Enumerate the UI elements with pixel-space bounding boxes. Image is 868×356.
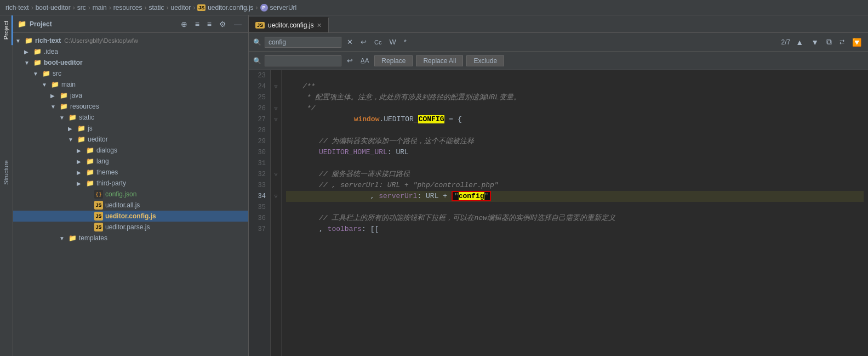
fold-27[interactable]: ▽ — [271, 114, 281, 125]
tree-arrow-resources[interactable]: ▼ — [50, 104, 59, 110]
toggle-view-button[interactable]: ⧉ — [824, 36, 834, 48]
breadcrumb-item-5[interactable]: resources — [113, 4, 142, 12]
tree-arrow-idea[interactable]: ▶ — [24, 49, 33, 55]
tree-item-third-party[interactable]: ▶ 📁 third-party — [13, 178, 248, 189]
tree-item-templates[interactable]: ▼ 📁 templates — [13, 233, 248, 244]
tab-close-button[interactable]: ✕ — [317, 22, 322, 29]
sidebar-tabs: Project Structure — [0, 15, 13, 356]
fold-32[interactable]: ▽ — [271, 169, 281, 180]
match-case-button[interactable]: Cc — [372, 38, 384, 47]
sidebar-tab-structure[interactable]: Structure — [1, 155, 13, 190]
match-case-replace-button[interactable]: A̲A — [358, 56, 371, 65]
search-input[interactable] — [265, 37, 341, 48]
tree-label-java: java — [70, 92, 82, 99]
tree-item-ueditor-all-js[interactable]: ▶ JS ueditor.all.js — [13, 200, 248, 211]
tree-arrow-boot-ueditor[interactable]: ▼ — [24, 60, 33, 66]
next-match-button[interactable]: ▼ — [809, 37, 821, 48]
code-line-30: UEDITOR_HOME_URL: URL — [286, 147, 864, 158]
tree-arrow-themes[interactable]: ▶ — [77, 169, 85, 176]
tree-item-config-json[interactable]: ▶ { } config.json — [13, 189, 248, 200]
replace-input[interactable] — [265, 55, 341, 66]
undo-search-button[interactable]: ↩ — [358, 37, 369, 47]
breadcrumb-item-3[interactable]: src — [77, 4, 86, 12]
tree-label-ueditor-config-js: ueditor.config.js — [105, 212, 156, 220]
param-icon: P — [260, 4, 268, 12]
replace-all-button[interactable]: Replace All — [416, 55, 463, 66]
tree-item-static[interactable]: ▼ 📁 static — [13, 112, 248, 123]
fold-26[interactable]: ▽ — [271, 103, 281, 114]
clear-search-button[interactable]: ✕ — [345, 37, 355, 47]
editor-tab-ueditor-config[interactable]: JS ueditor.config.js ✕ — [249, 17, 329, 32]
tree-arrow-js[interactable]: ▶ — [68, 126, 77, 132]
search-icon: 🔍 — [253, 38, 261, 46]
prev-match-button[interactable]: ▲ — [793, 37, 806, 48]
line-num-34: 34 — [253, 191, 266, 202]
code-line-27: window.UEDITOR_CONFIG = { — [286, 114, 864, 125]
tree-arrow-ueditor[interactable]: ▼ — [68, 137, 77, 143]
breadcrumb-item-8[interactable]: ueditor.config.js — [208, 4, 253, 12]
tree-arrow-main[interactable]: ▼ — [42, 82, 50, 88]
regex-button[interactable]: * — [402, 37, 409, 47]
tree-arrow-src[interactable]: ▼ — [33, 71, 42, 77]
tree-item-js[interactable]: ▶ 📁 js — [13, 123, 248, 134]
collapse-all-button[interactable]: ≡ — [193, 19, 202, 30]
breadcrumb-sep-3: › — [88, 4, 90, 12]
folder-icon-js: 📁 — [77, 124, 85, 133]
breadcrumb-item-1[interactable]: rich-text — [5, 4, 29, 12]
code-text-25: * 配置项主体。注意，此处所有涉及到路径的配置别遗漏URL变量。 — [286, 92, 521, 103]
tree-arrow-lang[interactable]: ▶ — [77, 159, 85, 165]
breadcrumb-sep-7: › — [193, 4, 195, 12]
line-num-24: 24 — [253, 81, 266, 92]
tree-label-third-party: third-party — [96, 179, 126, 187]
code-line-23 — [286, 70, 864, 81]
tree-item-ueditor-config-js[interactable]: ▶ JS ueditor.config.js — [13, 211, 248, 222]
tree-label-src: src — [53, 70, 61, 77]
tree-arrow-rich-text[interactable]: ▼ — [15, 38, 24, 44]
code-text-24: /** — [286, 81, 315, 92]
whole-word-button[interactable]: W — [387, 37, 398, 47]
tree-item-idea[interactable]: ▶ 📁 .idea — [13, 46, 248, 57]
settings-button[interactable]: ⚙ — [217, 19, 229, 30]
replace-mode-button[interactable]: ⇄ — [837, 37, 847, 47]
fold-34[interactable]: ▽ — [271, 191, 281, 202]
tree-item-ueditor-parse-js[interactable]: ▶ JS ueditor.parse.js — [13, 222, 248, 233]
replace-bar: 🔍 ↩ A̲A Replace Replace All Exclude — [249, 52, 868, 70]
tree-item-rich-text[interactable]: ▼ 📁 rich-text C:\Users\gblfy\Desktop\wfw — [13, 35, 248, 46]
breadcrumb-item-7[interactable]: ueditor — [170, 4, 191, 12]
tree-arrow-java[interactable]: ▶ — [50, 93, 59, 99]
tree-item-themes[interactable]: ▶ 📁 themes — [13, 167, 248, 178]
code-content[interactable]: /** * 配置项主体。注意，此处所有涉及到路径的配置别遗漏URL变量。 */ … — [282, 70, 868, 356]
tree-arrow-templates[interactable]: ▼ — [59, 235, 68, 241]
breadcrumb-item-2[interactable]: boot-ueditor — [36, 4, 71, 12]
tree-item-boot-ueditor[interactable]: ▼ 📁 boot-ueditor — [13, 57, 248, 68]
tree-item-main[interactable]: ▼ 📁 main — [13, 79, 248, 90]
locate-file-button[interactable]: ⊕ — [179, 19, 190, 30]
line-num-32: 32 — [253, 169, 266, 180]
replace-button[interactable]: Replace — [374, 55, 413, 66]
tree-item-lang[interactable]: ▶ 📁 lang — [13, 156, 248, 167]
expand-all-button[interactable]: ≡ — [205, 19, 214, 30]
breadcrumb-item-6[interactable]: static — [149, 4, 164, 12]
code-editor[interactable]: 23 24 25 26 27 28 29 30 31 32 33 34 35 3… — [249, 70, 868, 356]
undo-replace-button[interactable]: ↩ — [345, 55, 355, 66]
tree-item-resources[interactable]: ▼ 📁 resources — [13, 101, 248, 112]
tree-item-ueditor[interactable]: ▼ 📁 ueditor — [13, 134, 248, 145]
sidebar-tab-project[interactable]: Project — [1, 15, 13, 45]
tree-item-java[interactable]: ▶ 📁 java — [13, 90, 248, 101]
tree-item-dialogs[interactable]: ▶ 📁 dialogs — [13, 145, 248, 156]
fold-24[interactable]: ▽ — [271, 81, 281, 92]
tree-arrow-static[interactable]: ▼ — [59, 115, 68, 121]
tree-label-static: static — [79, 114, 94, 121]
tree-label-resources: resources — [70, 103, 99, 110]
tree-arrow-third-party[interactable]: ▶ — [77, 180, 85, 187]
tree-path-rich-text: C:\Users\gblfy\Desktop\wfw — [64, 37, 138, 44]
tree-item-src[interactable]: ▼ 📁 src — [13, 68, 248, 79]
breadcrumb-item-4[interactable]: main — [93, 4, 107, 12]
minimize-button[interactable]: — — [232, 19, 244, 30]
exclude-button[interactable]: Exclude — [466, 55, 504, 66]
breadcrumb-item-9[interactable]: serverUrl — [270, 4, 297, 12]
folder-icon-resources: 📁 — [59, 102, 68, 111]
tree-arrow-dialogs[interactable]: ▶ — [77, 148, 85, 154]
filter-button[interactable]: 🔽 — [850, 37, 864, 48]
breadcrumb-sep-2: › — [73, 4, 75, 12]
